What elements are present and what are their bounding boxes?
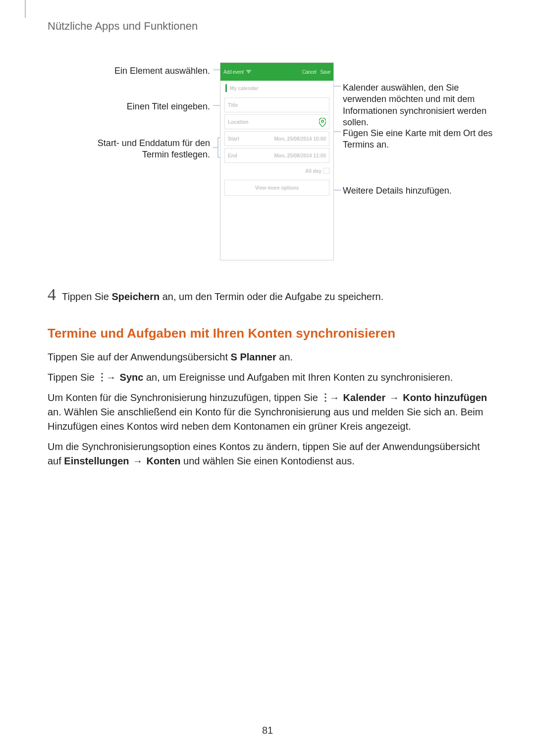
t2: an, um Ereignisse und Aufgaben mit Ihren… (143, 372, 453, 383)
calendar-selector-row: My calendar (220, 81, 333, 96)
header-save: Save (320, 69, 330, 75)
dropdown-icon (246, 70, 252, 74)
location-pin-icon (319, 118, 326, 127)
callout-select-element: Ein Element auswählen. (114, 65, 210, 77)
t: Tippen Sie auf der Anwendungsübersicht (48, 352, 231, 362)
start-label: Start (228, 136, 239, 142)
b1: Kalender (343, 392, 386, 403)
view-more-label: View more options (255, 185, 299, 191)
callout-select-calendar: Kalender auswählen, den Sie verwenden mö… (343, 82, 496, 129)
t2: an, um den Termin oder die Aufgabe zu sp… (160, 291, 383, 302)
step-text: Tippen Sie Speichern an, um den Termin o… (62, 291, 383, 302)
phone-header: Add event Cancel Save (220, 63, 333, 81)
callout-more-details: Weitere Details hinzufügen. (343, 185, 496, 197)
start-row: Start Mon, 25/08/2014 10:00 (224, 131, 329, 146)
location-placeholder: Location (228, 119, 249, 125)
annotated-diagram: Ein Element auswählen. Einen Titel einge… (48, 62, 487, 265)
step-number: 4 (48, 285, 56, 304)
svg-point-11 (321, 120, 324, 123)
t2: an. Wählen Sie anschließend ein Konto fü… (48, 406, 483, 432)
header-add-event: Add event (223, 69, 244, 75)
t-bold: Speichern (111, 291, 160, 302)
paragraph-1: Tippen Sie auf der Anwendungsübersicht S… (48, 350, 487, 364)
b2: Konten (147, 455, 181, 466)
section-heading: Termine und Aufgaben mit Ihren Konten sy… (48, 326, 487, 341)
paragraph-4: Um die Synchronisierungsoption eines Kon… (48, 440, 487, 468)
b2: Konto hinzufügen (403, 392, 487, 403)
margin-indicator (25, 0, 26, 18)
t2: und wählen Sie einen Kontodienst aus. (181, 455, 355, 466)
step-4: 4 Tippen Sie Speichern an, um den Termin… (48, 285, 487, 304)
location-field: Location (224, 114, 329, 129)
end-label: End (228, 153, 237, 158)
all-day-checkbox (323, 168, 329, 174)
view-more-options: View more options (224, 180, 329, 196)
kebab-icon: ⋮ (97, 375, 102, 379)
paragraph-3: Um Konten für die Synchronisierung hinzu… (48, 391, 487, 434)
end-value: Mon, 25/08/2014 11:00 (274, 153, 326, 158)
all-day-label: All day (305, 168, 321, 174)
paragraph-2: Tippen Sie ⋮ → Sync an, um Ereignisse un… (48, 370, 487, 385)
page: Nützliche Apps und Funktionen Ein Elemen… (0, 0, 535, 756)
title-placeholder: Title (228, 102, 238, 108)
my-calendar-label: My calendar (230, 86, 259, 91)
callout-start-end: Start- und Enddatum für den Termin festl… (81, 138, 210, 161)
t2: an. (276, 352, 293, 362)
header-cancel: Cancel (302, 69, 316, 75)
b: Sync (120, 372, 144, 383)
t: Tippen Sie (48, 372, 97, 383)
end-row: End Mon, 25/08/2014 11:00 (224, 148, 329, 163)
kebab-icon: ⋮ (321, 396, 325, 399)
phone-mockup: Add event Cancel Save My calendar Title … (220, 62, 334, 260)
start-value: Mon, 25/08/2014 10:00 (274, 136, 326, 142)
all-day-row: All day (220, 165, 333, 174)
breadcrumb: Nützliche Apps und Funktionen (48, 20, 487, 33)
arrow2: → (385, 392, 403, 403)
title-field: Title (224, 98, 329, 112)
b: S Planner (231, 352, 276, 362)
callout-enter-title: Einen Titel eingeben. (127, 101, 210, 112)
arrow: → (129, 455, 146, 466)
callout-add-map: Fügen Sie eine Karte mit dem Ort des Ter… (343, 128, 496, 151)
t: Um Konten für die Synchronisierung hinzu… (48, 392, 321, 403)
b1: Einstellungen (64, 455, 129, 466)
page-number: 81 (0, 725, 535, 736)
t: Tippen Sie (62, 291, 111, 302)
calendar-color-bar (225, 84, 227, 92)
